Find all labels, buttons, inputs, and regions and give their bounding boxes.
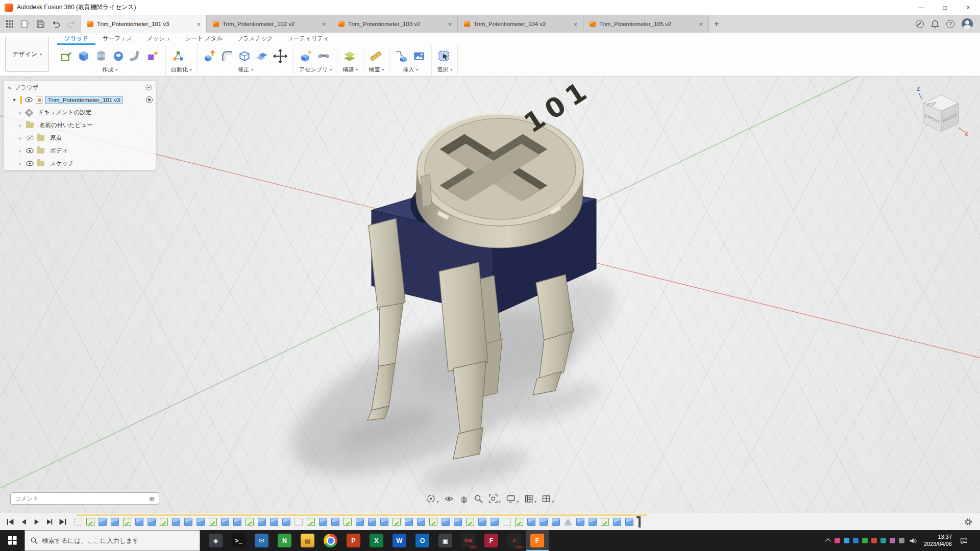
minimize-button[interactable]: —	[910, 0, 933, 15]
workspace-selector[interactable]: デザイン▾	[5, 37, 49, 72]
timeline-feature-icon[interactable]	[172, 518, 180, 526]
taskbar-app[interactable]: SW 2019	[457, 530, 480, 551]
taskbar-app[interactable]: ◈	[204, 530, 227, 551]
taskbar-app[interactable]: O	[411, 530, 434, 551]
visibility-eye-icon[interactable]	[25, 97, 33, 103]
taskbar-app[interactable]: N	[273, 530, 296, 551]
tray-app-icon[interactable]	[899, 538, 904, 543]
timeline-feature-icon[interactable]	[99, 518, 107, 526]
document-tab[interactable]: Trim_Potentiometer_102 v2 ×	[207, 15, 332, 33]
shell-icon[interactable]	[237, 49, 252, 63]
tray-app-icon[interactable]	[871, 538, 877, 543]
timeline-feature-icon[interactable]	[613, 518, 621, 526]
timeline-feature-icon[interactable]	[270, 518, 278, 526]
pipe-icon[interactable]	[129, 49, 143, 63]
viewports-icon[interactable]: ▾	[540, 493, 556, 505]
timeline-range-bar[interactable]	[77, 514, 647, 516]
timeline-feature-icon[interactable]	[429, 518, 437, 526]
pan-icon[interactable]	[457, 493, 470, 505]
revolve-icon[interactable]	[94, 49, 108, 63]
browser-row[interactable]: 名前の付いたビュー	[4, 119, 156, 132]
timeline-feature-icon[interactable]	[380, 518, 388, 526]
timeline-feature-icon[interactable]	[197, 518, 205, 526]
timeline-feature-icon[interactable]	[148, 518, 156, 526]
tab-close-icon[interactable]: ×	[697, 20, 704, 28]
timeline-feature-icon[interactable]	[295, 518, 303, 526]
redo-icon[interactable]	[63, 15, 79, 33]
create-sketch-icon[interactable]	[59, 49, 74, 63]
timeline-feature-icon[interactable]	[233, 518, 241, 526]
ribbon-tab[interactable]: ユーティリティ	[280, 33, 336, 45]
ground-target-icon[interactable]	[146, 96, 153, 103]
taskbar-search[interactable]	[24, 530, 200, 551]
save-icon[interactable]	[33, 15, 48, 33]
undo-icon[interactable]	[48, 15, 63, 33]
inspect-group-label[interactable]: 検査▾	[369, 66, 384, 74]
timeline-feature-icon[interactable]	[564, 518, 572, 525]
orbit-icon[interactable]: ▾	[424, 493, 441, 505]
insert-image-icon[interactable]	[412, 49, 426, 63]
help-icon[interactable]: ?	[946, 20, 954, 28]
timeline-feature-icon[interactable]	[86, 518, 94, 526]
taskbar-app[interactable]: X	[365, 530, 388, 551]
create-group-label[interactable]: 作成▾	[59, 66, 160, 74]
action-center-icon[interactable]	[959, 537, 969, 544]
timeline-feature-icon[interactable]	[589, 518, 597, 526]
extrude-icon[interactable]	[77, 49, 91, 63]
grid-display-icon[interactable]: ▾	[522, 493, 538, 505]
press-pull-icon[interactable]	[203, 49, 217, 63]
view-cube[interactable]: Z TOP FRONT RIGHT X	[910, 84, 969, 141]
ribbon-tab[interactable]: メッシュ	[140, 33, 178, 45]
fillet-icon[interactable]	[220, 49, 234, 63]
automate-icon[interactable]	[171, 49, 185, 63]
timeline-feature-icon[interactable]	[417, 518, 425, 526]
insert-group-label[interactable]: 挿入▾	[395, 66, 426, 74]
step-back-icon[interactable]	[20, 518, 28, 526]
fit-icon[interactable]: ▾	[486, 493, 503, 505]
look-at-icon[interactable]	[442, 493, 456, 505]
tab-close-icon[interactable]: ×	[195, 20, 202, 28]
file-menu-icon[interactable]	[17, 15, 33, 33]
go-to-end-icon[interactable]	[58, 518, 67, 526]
timeline-feature-icon[interactable]	[258, 518, 266, 526]
timeline-feature-icon[interactable]	[601, 518, 609, 526]
taskbar-search-input[interactable]	[42, 537, 194, 544]
timeline-feature-icon[interactable]	[454, 518, 462, 526]
joint-icon[interactable]	[316, 49, 331, 63]
visibility-eye-icon[interactable]	[26, 148, 34, 154]
extensions-icon[interactable]	[916, 20, 924, 28]
expander-icon[interactable]	[18, 135, 23, 141]
taskbar-app[interactable]: >_	[227, 530, 250, 551]
go-to-start-icon[interactable]	[6, 518, 15, 526]
display-settings-dot-icon[interactable]	[146, 85, 152, 90]
select-group-label[interactable]: 選択▾	[437, 66, 452, 74]
browser-row[interactable]: Trim_Potentiometer_101 v3	[4, 93, 156, 106]
potentiometer-rotor[interactable]: 101	[416, 77, 597, 248]
browser-row[interactable]: スケッチ	[4, 157, 156, 170]
move-copy-icon[interactable]	[272, 48, 288, 64]
tray-app-icon[interactable]	[890, 538, 895, 543]
close-button[interactable]: ×	[957, 0, 980, 15]
visibility-eye-icon[interactable]	[26, 135, 34, 141]
start-button[interactable]	[0, 530, 24, 551]
taskbar-clock[interactable]: 13:37 2023/04/06	[922, 534, 954, 548]
browser-row[interactable]: ドキュメントの設定	[4, 106, 156, 119]
browser-row[interactable]: 原点	[4, 132, 156, 144]
hole-icon[interactable]	[111, 49, 126, 63]
timeline-feature-icon[interactable]	[282, 518, 290, 526]
ribbon-tab[interactable]: ソリッド	[57, 33, 95, 45]
new-component-icon[interactable]	[299, 49, 313, 63]
pattern-icon[interactable]	[146, 49, 160, 63]
timeline-feature-icon[interactable]	[540, 518, 548, 526]
speaker-icon[interactable]	[909, 537, 917, 544]
taskbar-app[interactable]: W	[388, 530, 411, 551]
timeline-feature-icon[interactable]	[356, 518, 364, 526]
taskbar-app[interactable]: F	[526, 530, 549, 551]
timeline-feature-icon[interactable]	[184, 518, 192, 526]
timeline-feature-icon[interactable]	[307, 518, 315, 526]
timeline-feature-icon[interactable]	[331, 518, 339, 526]
modify-group-label[interactable]: 修正▾	[203, 66, 288, 74]
ribbon-tab[interactable]: プラスチック	[230, 33, 280, 45]
timeline-feature-icon[interactable]	[135, 518, 143, 526]
browser-row[interactable]: ボディ	[4, 144, 156, 157]
